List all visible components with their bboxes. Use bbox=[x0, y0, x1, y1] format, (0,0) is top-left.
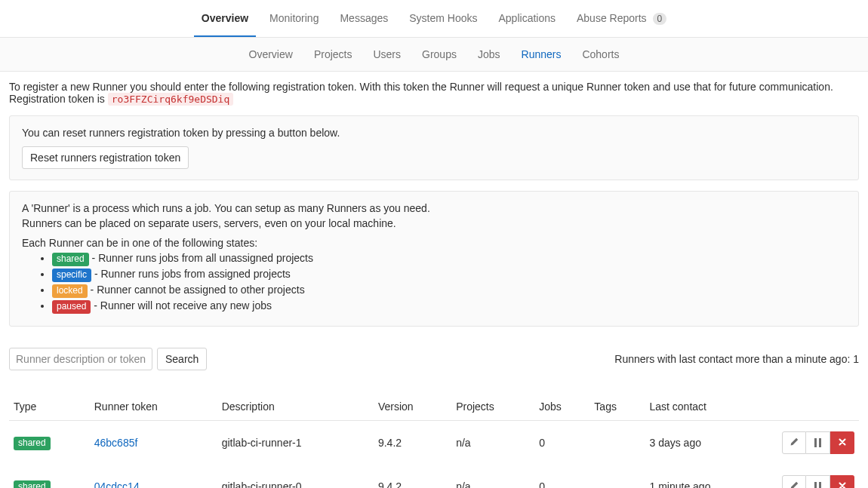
pause-button[interactable] bbox=[806, 431, 830, 454]
col-tags: Tags bbox=[589, 393, 645, 421]
runner-projects: n/a bbox=[451, 421, 534, 465]
state-shared: shared - Runner runs jobs from all unass… bbox=[52, 252, 846, 266]
table-row: shared04cdcc14gitlab-ci-runner-09.4.2n/a… bbox=[9, 465, 859, 488]
sub-tab-groups[interactable]: Groups bbox=[414, 38, 464, 71]
pencil-icon bbox=[789, 437, 799, 450]
state-locked: locked - Runner cannot be assigned to ot… bbox=[52, 284, 846, 298]
top-tab-messages[interactable]: Messages bbox=[332, 0, 396, 37]
type-badge: shared bbox=[14, 437, 51, 450]
table-row: shared46bc685fgitlab-ci-runner-19.4.2n/a… bbox=[9, 421, 859, 465]
runner-projects: n/a bbox=[451, 465, 534, 488]
registration-token-line: Registration token is ro3FFZCirq6kf9eDSD… bbox=[9, 93, 859, 105]
runner-token-link[interactable]: 46bc685f bbox=[94, 437, 138, 449]
runner-tags bbox=[589, 465, 645, 488]
paused-tag: paused bbox=[52, 300, 91, 314]
col-last-contact: Last contact bbox=[645, 393, 768, 421]
runners-table: Type Runner token Description Version Pr… bbox=[9, 393, 859, 488]
sub-tab-jobs[interactable]: Jobs bbox=[470, 38, 508, 71]
shared-tag: shared bbox=[52, 253, 89, 266]
state-specific: specific - Runner runs jobs from assigne… bbox=[52, 268, 846, 282]
states-list: shared - Runner runs jobs from all unass… bbox=[52, 252, 846, 314]
pause-button[interactable] bbox=[806, 475, 830, 488]
sub-tab-cohorts[interactable]: Cohorts bbox=[574, 38, 626, 71]
reset-token-button[interactable]: Reset runners registration token bbox=[22, 146, 189, 169]
sub-tab-users[interactable]: Users bbox=[365, 38, 408, 71]
delete-button[interactable] bbox=[830, 475, 854, 488]
search-input[interactable] bbox=[9, 348, 152, 370]
close-icon bbox=[837, 437, 848, 450]
close-icon bbox=[837, 480, 848, 489]
runner-jobs: 0 bbox=[534, 465, 589, 488]
runner-tags bbox=[589, 421, 645, 465]
pencil-icon bbox=[789, 480, 799, 489]
type-badge: shared bbox=[14, 480, 51, 489]
pause-icon bbox=[814, 482, 821, 488]
state-paused: paused - Runner will not receive any new… bbox=[52, 299, 846, 314]
runner-last-contact: 1 minute ago bbox=[645, 465, 768, 488]
runner-version: 9.4.2 bbox=[374, 465, 451, 488]
states-p1: A 'Runner' is a process which runs a job… bbox=[22, 202, 846, 214]
states-p2: Runners can be placed on separate users,… bbox=[22, 217, 846, 229]
top-tab-overview[interactable]: Overview bbox=[194, 0, 256, 37]
edit-button[interactable] bbox=[782, 431, 806, 454]
top-tab-applications[interactable]: Applications bbox=[491, 0, 564, 37]
top-tab-system-hooks[interactable]: System Hooks bbox=[402, 0, 485, 37]
runner-token-link[interactable]: 04cdcc14 bbox=[94, 480, 140, 488]
runner-description: gitlab-ci-runner-1 bbox=[217, 421, 374, 465]
abuse-reports-count-badge: 0 bbox=[653, 13, 667, 25]
runner-states-panel: A 'Runner' is a process which runs a job… bbox=[9, 191, 859, 327]
col-type: Type bbox=[9, 393, 90, 421]
top-nav: Overview Monitoring Messages System Hook… bbox=[0, 0, 868, 38]
col-jobs: Jobs bbox=[534, 393, 589, 421]
locked-tag: locked bbox=[52, 284, 88, 298]
reset-token-panel: You can reset runners registration token… bbox=[9, 115, 859, 180]
col-token: Runner token bbox=[90, 393, 217, 421]
registration-token: ro3FFZCirq6kf9eDSDiq bbox=[108, 93, 234, 106]
sub-tab-overview[interactable]: Overview bbox=[242, 38, 300, 71]
delete-button[interactable] bbox=[830, 431, 854, 454]
reset-token-text: You can reset runners registration token… bbox=[22, 127, 846, 139]
pause-icon bbox=[814, 438, 821, 447]
runner-last-contact: 3 days ago bbox=[645, 421, 768, 465]
col-description: Description bbox=[217, 393, 374, 421]
search-button[interactable]: Search bbox=[157, 348, 207, 370]
sub-nav: Overview Projects Users Groups Jobs Runn… bbox=[0, 38, 868, 72]
col-projects: Projects bbox=[451, 393, 534, 421]
runner-version: 9.4.2 bbox=[374, 421, 451, 465]
col-actions bbox=[768, 393, 859, 421]
col-version: Version bbox=[374, 393, 451, 421]
intro-text: To register a new Runner you should ente… bbox=[9, 81, 859, 93]
runners-summary: Runners with last contact more than a mi… bbox=[614, 353, 859, 365]
sub-tab-projects[interactable]: Projects bbox=[306, 38, 360, 71]
states-heading: Each Runner can be in one of the followi… bbox=[22, 237, 846, 249]
sub-tab-runners[interactable]: Runners bbox=[514, 38, 569, 71]
specific-tag: specific bbox=[52, 269, 91, 282]
runner-description: gitlab-ci-runner-0 bbox=[217, 465, 374, 488]
edit-button[interactable] bbox=[782, 475, 806, 488]
runner-jobs: 0 bbox=[534, 421, 589, 465]
top-tab-monitoring[interactable]: Monitoring bbox=[262, 0, 326, 37]
top-tab-abuse-reports[interactable]: Abuse Reports 0 bbox=[569, 0, 674, 37]
